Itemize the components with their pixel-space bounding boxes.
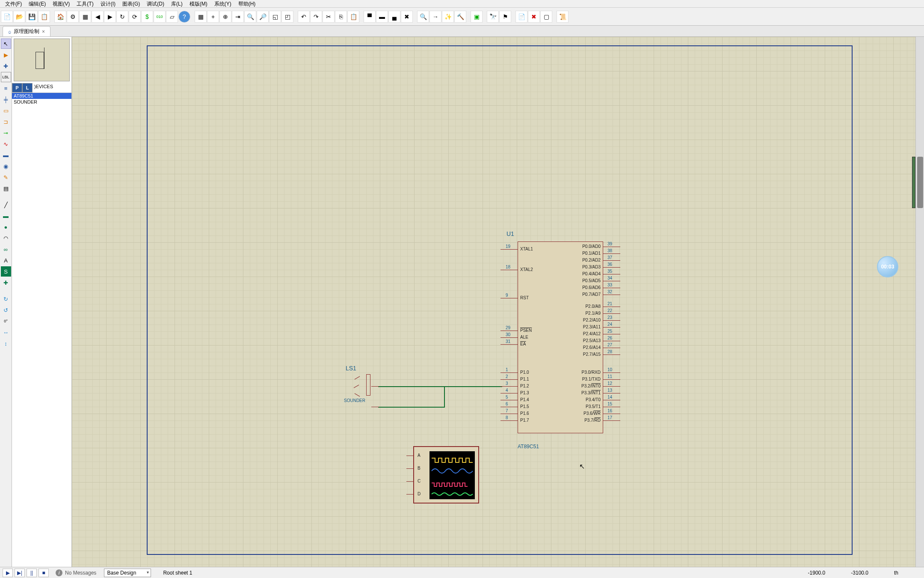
rotate-cw-tool[interactable]: ↻ <box>1 294 11 304</box>
page-button[interactable]: ▱ <box>166 11 178 23</box>
wire[interactable] <box>378 386 502 387</box>
mcu-component[interactable]: U1 AT89C51 19XTAL118XTAL29RST29PSEN30ALE… <box>506 241 614 442</box>
save-all-button[interactable]: 📋 <box>38 11 50 23</box>
crosshair-button[interactable]: + <box>207 11 219 23</box>
sim-stop-button[interactable]: ■ <box>38 569 49 577</box>
help-button[interactable]: ? <box>178 11 190 23</box>
subcircuit-tool[interactable]: ▭ <box>1 105 11 116</box>
save-button[interactable]: 💾 <box>26 11 38 23</box>
zoom-out-button[interactable]: 🔎 <box>257 11 269 23</box>
del-sheet-button[interactable]: ✖ <box>528 11 540 23</box>
align-bot-button[interactable]: ▄ <box>388 11 400 23</box>
vertical-scrollbar[interactable] <box>915 37 924 567</box>
menu-design[interactable]: 设计(I) <box>97 0 119 7</box>
graph-tool[interactable]: ∿ <box>1 139 11 149</box>
device-item-at89c51[interactable]: AT89C51 <box>12 93 71 99</box>
tab-schematic[interactable]: ⎐ 原理图绘制 × <box>3 26 50 36</box>
mirror-h-tool[interactable]: ↔ <box>1 327 11 337</box>
paste-button[interactable]: 📋 <box>347 11 359 23</box>
binoculars-button[interactable]: 🔭 <box>487 11 499 23</box>
zoom2-button[interactable]: 🔍 <box>417 11 429 23</box>
path-tool[interactable]: ∞ <box>1 244 11 254</box>
zoom-fit-button[interactable]: ◱ <box>269 11 281 23</box>
flag-button[interactable]: ⚑ <box>499 11 511 23</box>
generator-tool[interactable]: ◉ <box>1 161 11 171</box>
device-item-sounder[interactable]: SOUNDER <box>12 99 71 105</box>
measure-button[interactable]: ⇥ <box>232 11 244 23</box>
symbol-tool[interactable]: S <box>1 266 11 277</box>
redo-button[interactable]: ↷ <box>310 11 322 23</box>
timer-widget[interactable]: 00:03 <box>877 256 898 277</box>
settings-button[interactable]: ⚙ <box>67 11 79 23</box>
grid-button[interactable]: ▦ <box>195 11 207 23</box>
origin-button[interactable]: ⊕ <box>219 11 231 23</box>
device-list[interactable]: AT89C51 SOUNDER <box>12 93 71 567</box>
next-button[interactable]: ▶ <box>104 11 116 23</box>
menu-tools[interactable]: 工具(T) <box>73 0 97 7</box>
sim-step-button[interactable]: ▶| <box>15 569 25 577</box>
undo-button[interactable]: ↶ <box>298 11 310 23</box>
menu-file[interactable]: 文件(F) <box>2 0 25 7</box>
arc-tool[interactable]: ◠ <box>1 233 11 243</box>
hammer-button[interactable]: 🔨 <box>454 11 466 23</box>
sounder-component[interactable]: LS1 SOUNDER <box>346 369 388 412</box>
oscilloscope-component[interactable]: A B C D <box>413 446 479 504</box>
circle-tool[interactable]: ● <box>1 222 11 232</box>
terminal-tool[interactable]: ⊐ <box>1 116 11 127</box>
cut-button[interactable]: ✂ <box>323 11 335 23</box>
wire[interactable] <box>444 386 445 408</box>
select-tool[interactable]: ↖ <box>1 39 11 49</box>
sync-button[interactable]: ⟳ <box>129 11 141 23</box>
zoom-in-button[interactable]: 🔍 <box>244 11 256 23</box>
align-top-button[interactable]: ▀ <box>364 11 376 23</box>
junction-tool[interactable]: ✚ <box>1 61 11 71</box>
sheet-button[interactable]: ▢ <box>540 11 552 23</box>
rotation-angle[interactable]: 0° <box>1 316 11 326</box>
dollar-button[interactable]: $ <box>141 11 153 23</box>
text-tool[interactable]: A <box>1 255 11 265</box>
wand-button[interactable]: ✨ <box>442 11 454 23</box>
open-file-button[interactable]: 📂 <box>13 11 25 23</box>
line-tool[interactable]: ╱ <box>1 200 11 210</box>
menu-chart[interactable]: 图表(G) <box>119 0 143 7</box>
probe-tool[interactable]: ✎ <box>1 172 11 182</box>
align-del-button[interactable]: ✖ <box>401 11 413 23</box>
align-mid-button[interactable]: ▬ <box>376 11 388 23</box>
menu-edit[interactable]: 编辑(E) <box>25 0 49 7</box>
prev-button[interactable]: ◀ <box>92 11 104 23</box>
menu-library[interactable]: 库(L) <box>168 0 186 7</box>
menu-view[interactable]: 视图(V) <box>49 0 73 7</box>
rotate-ccw-tool[interactable]: ↺ <box>1 305 11 315</box>
menu-template[interactable]: 模版(M) <box>186 0 211 7</box>
new-file-button[interactable]: 📄 <box>1 11 13 23</box>
box-tool[interactable]: ▬ <box>1 211 11 221</box>
vertical-scroll-thumb[interactable] <box>917 157 923 208</box>
copy-button[interactable]: ⎘ <box>335 11 347 23</box>
nav-button[interactable]: → <box>429 11 441 23</box>
pin-tool[interactable]: ⊸ <box>1 128 11 138</box>
text-script-tool[interactable]: ≡ <box>1 83 11 93</box>
menu-debug[interactable]: 调试(D) <box>143 0 168 7</box>
refresh-button[interactable]: ↻ <box>116 11 128 23</box>
menu-system[interactable]: 系统(Y) <box>211 0 235 7</box>
add-sheet-button[interactable]: 📄 <box>515 11 527 23</box>
bits-button[interactable]: 010 <box>154 11 166 23</box>
tab-close-button[interactable]: × <box>42 29 45 35</box>
mirror-v-tool[interactable]: ↕ <box>1 338 11 349</box>
instrument-tool[interactable]: ▤ <box>1 183 11 194</box>
component-tool[interactable]: ▶ <box>1 50 11 60</box>
marker-tool[interactable]: ✚ <box>1 277 11 288</box>
chip-button[interactable]: ▦ <box>79 11 91 23</box>
schematic-canvas[interactable]: LS1 SOUNDER U1 AT89C51 19XTAL118XTAL29RS… <box>72 37 924 567</box>
script-button[interactable]: 📜 <box>557 11 569 23</box>
zoom-area-button[interactable]: ◰ <box>281 11 293 23</box>
label-tool[interactable]: LBL <box>1 72 11 82</box>
menu-help[interactable]: 帮助(H) <box>235 0 259 7</box>
status-messages[interactable]: i No Messages <box>51 569 101 576</box>
design-variant-combo[interactable]: Base Design <box>104 569 151 577</box>
pick-device-button[interactable]: P <box>12 83 22 92</box>
tape-tool[interactable]: ▬ <box>1 150 11 160</box>
export-button[interactable]: ▣ <box>471 11 483 23</box>
bus-tool[interactable]: ╪ <box>1 94 11 104</box>
sim-pause-button[interactable]: || <box>27 569 37 577</box>
